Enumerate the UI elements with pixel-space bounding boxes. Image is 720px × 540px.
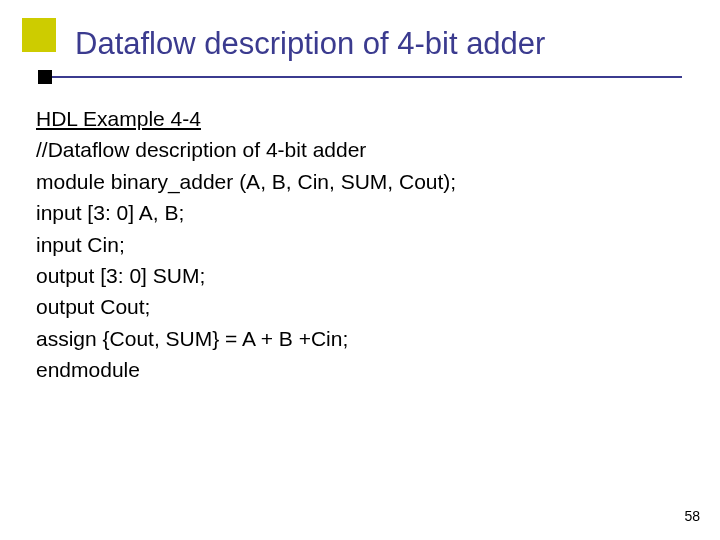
code-line: module binary_adder (A, B, Cin, SUM, Cou… <box>36 167 680 196</box>
code-line: output [3: 0] SUM; <box>36 261 680 290</box>
accent-square-black <box>38 70 52 84</box>
code-line: //Dataflow description of 4-bit adder <box>36 135 680 164</box>
slide-body: HDL Example 4-4 //Dataflow description o… <box>36 104 680 387</box>
code-line: endmodule <box>36 355 680 384</box>
page-number: 58 <box>684 508 700 524</box>
code-line: assign {Cout, SUM} = A + B +Cin; <box>36 324 680 353</box>
accent-square-yellow <box>22 18 56 52</box>
code-line: output Cout; <box>36 292 680 321</box>
example-label: HDL Example 4-4 <box>36 104 680 133</box>
code-line: input [3: 0] A, B; <box>36 198 680 227</box>
code-line: input Cin; <box>36 230 680 259</box>
slide-title: Dataflow description of 4-bit adder <box>75 26 545 62</box>
title-underline <box>52 76 682 78</box>
